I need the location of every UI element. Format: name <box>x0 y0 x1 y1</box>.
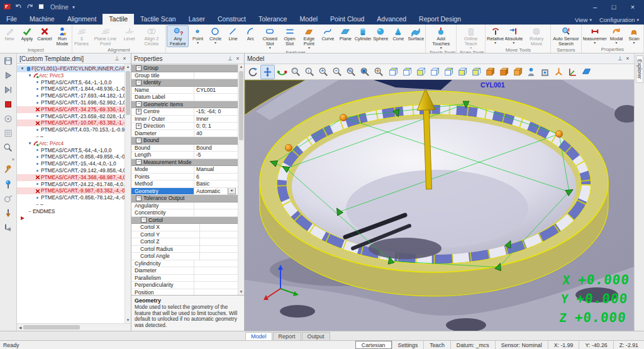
properties-vertical-scrollbar[interactable]: ▲ ▼ <box>238 64 244 295</box>
viewport-button-solid-view-1[interactable] <box>483 65 496 79</box>
ribbon-button-surface[interactable]: Surface <box>407 25 425 42</box>
status-segment-datum-mcs[interactable]: Datum: _mcs <box>450 341 495 349</box>
scroll-down-icon[interactable]: ▼ <box>126 318 130 323</box>
property-row-cylindricity[interactable]: Cylindricity <box>131 260 238 268</box>
pin-icon[interactable]: ⊥ <box>113 55 121 62</box>
section-collapse-icon[interactable]: − <box>136 80 142 86</box>
close-icon[interactable]: × <box>624 55 631 62</box>
menu-tab-report-design[interactable]: Report Design <box>413 14 467 25</box>
property-value[interactable] <box>200 224 238 231</box>
property-value[interactable]: 40 <box>194 130 238 137</box>
property-value[interactable]: -15; -64; 0 <box>194 108 238 115</box>
strip-button-run-program[interactable] <box>3 70 13 82</box>
section-collapse-icon[interactable]: − <box>136 196 142 201</box>
properties-section-identity[interactable]: −Identity <box>131 79 238 87</box>
section-collapse-icon[interactable]: − <box>136 101 142 107</box>
tree-row[interactable]: –– <box>17 133 125 140</box>
scroll-up-icon[interactable]: ▲ <box>240 64 243 70</box>
property-value[interactable] <box>194 275 238 282</box>
view-tab-report[interactable]: Report <box>273 332 301 340</box>
property-value[interactable] <box>200 238 238 245</box>
viewport-button-zoom-window[interactable]: □ <box>289 65 303 79</box>
ribbon-button-any-feature[interactable]: ?Any Feature <box>167 25 189 47</box>
viewport-button-rotate-3d[interactable] <box>275 65 289 79</box>
viewport-button-solid-view-2[interactable] <box>497 65 510 79</box>
menu-tab-tactile-scan[interactable]: Tactile Scan <box>134 14 182 25</box>
ribbon-button-circle[interactable]: Circle▾ <box>206 25 224 45</box>
tree-row[interactable]: PTMEAS/CART,-15,-44,-4,0,-1,0 <box>17 160 125 167</box>
tree-expander-icon[interactable]: ▾ <box>27 140 33 147</box>
property-value[interactable]: CYL001 <box>194 87 238 94</box>
menu-tab-laser[interactable]: Laser <box>182 14 211 25</box>
property-row-points[interactable]: Points6 <box>131 174 238 181</box>
redo-icon[interactable] <box>26 3 34 12</box>
status-segment-x-1-99[interactable]: X: -1.99 <box>548 341 579 349</box>
property-row-length[interactable]: Length-5 <box>131 152 238 159</box>
status-segment-teach[interactable]: Teach <box>423 341 450 349</box>
pin-icon[interactable]: ⊥ <box>226 55 234 62</box>
ribbon-button-curve[interactable]: Curve <box>319 25 336 42</box>
tree-row[interactable]: PTMEAS/CART,-24.22,-81.748,-4,0.46102,0.… <box>17 181 125 188</box>
menu-tab-alignment[interactable]: Alignment <box>61 14 103 25</box>
viewport-button-view-bottom[interactable] <box>469 65 482 79</box>
property-value[interactable] <box>194 289 238 296</box>
tree-row[interactable]: PTMEAS/CART,5,-64,-4,-1,0,0 <box>17 147 125 154</box>
view-tab-output[interactable]: Output <box>302 332 330 340</box>
viewport-button-probe-locate[interactable] <box>372 65 386 79</box>
properties-section-group[interactable]: −Group <box>131 65 238 72</box>
strip-button-find[interactable] <box>3 143 13 154</box>
menu-tab-model[interactable]: Model <box>293 14 324 25</box>
ribbon-button-measurement[interactable]: Measurement▾ <box>582 25 608 45</box>
strip-overflow-icon[interactable]: » <box>12 157 16 162</box>
property-row-concentricity[interactable]: Concentricity <box>131 209 238 217</box>
property-value[interactable] <box>200 246 238 253</box>
tree-row[interactable]: ▾Arc: PArc3 <box>17 72 125 79</box>
property-row-cortol-x[interactable]: Cortol X <box>131 224 238 231</box>
viewport-button-zoom-minus[interactable]: − <box>331 65 344 79</box>
status-segment-y-40-26[interactable]: Y: -40.26 <box>579 341 613 349</box>
viewport-button-view-back[interactable] <box>455 65 469 79</box>
viewport-button-zoom-full[interactable]: ▣ <box>358 65 372 79</box>
tree-horizontal-scrollbar[interactable]: ◀ <box>17 323 131 331</box>
property-value[interactable] <box>194 202 238 209</box>
strip-button-target[interactable] <box>3 114 13 125</box>
close-button[interactable]: × <box>624 1 641 13</box>
expand-icon[interactable]: + <box>136 109 142 114</box>
menu-tab-construct[interactable]: Construct <box>211 14 252 25</box>
model-3d-scene[interactable]: CYL001 X+0.000Y+0.000Z+0.000 <box>245 80 634 331</box>
ribbon-button-cone[interactable]: Cone <box>389 25 407 42</box>
property-value[interactable] <box>200 253 238 260</box>
property-row-inner-outer[interactable]: Inner / OuterInner <box>131 116 238 123</box>
ribbon-button-absolute[interactable]: Absolute▾ <box>504 25 523 45</box>
property-value[interactable]: Bound <box>194 145 238 152</box>
property-row-angularity[interactable]: Angularity <box>131 202 238 210</box>
tree-row[interactable]: PTMEAS/CART,-0.858,-49.858,-4,-0.707107,… <box>17 153 125 160</box>
viewport-button-view-left[interactable] <box>428 65 441 79</box>
ribbon-button-closed-slot[interactable]: Closed Slot▾ <box>259 25 280 50</box>
tree-vertical-scrollbar[interactable]: ▲ ▼ <box>125 64 131 323</box>
strip-button-save[interactable] <box>3 56 13 67</box>
section-collapse-icon[interactable]: − <box>136 138 142 143</box>
property-row-cortol-radius[interactable]: Cortol Radius <box>131 246 238 253</box>
tree-row[interactable]: PTMEAS/CART,-10.067,-83.382,-1,-0.246652… <box>17 119 125 126</box>
status-segment-cartesian[interactable]: Cartesian <box>355 341 392 349</box>
property-row-name[interactable]: NameCYL001 <box>131 87 238 94</box>
viewport-button-machine-view[interactable] <box>538 65 552 79</box>
ribbon-button-edge-point[interactable]: Edge Point▾ <box>299 25 319 50</box>
window-box-icon[interactable] <box>37 3 45 12</box>
property-row-method[interactable]: MethodBasic <box>131 180 238 188</box>
ribbon-button-line[interactable]: Line <box>224 25 242 42</box>
properties-section-geometric-items[interactable]: −Geometric Items <box>131 101 238 109</box>
strip-button-report-grid[interactable] <box>3 128 13 140</box>
viewport-button-pan-view[interactable] <box>260 65 275 79</box>
property-value[interactable]: 6 <box>194 174 238 180</box>
viewport-button-probe-orient[interactable] <box>552 65 565 79</box>
viewport-button-part-view[interactable] <box>580 65 593 79</box>
ribbon-button-scan[interactable]: Scan▾ <box>625 25 643 45</box>
dropdown-button[interactable]: ▾ <box>228 188 236 195</box>
status-segment-sensor-nominal[interactable]: Sensor: Nominal <box>495 341 548 349</box>
tree-row[interactable]: ▾Arc: PArc4 <box>17 140 125 147</box>
ribbon-button-relative[interactable]: Relative▾ <box>486 25 504 45</box>
pin-icon[interactable]: ⊥ <box>616 55 624 62</box>
viewport-button-operator-view[interactable] <box>525 65 538 79</box>
